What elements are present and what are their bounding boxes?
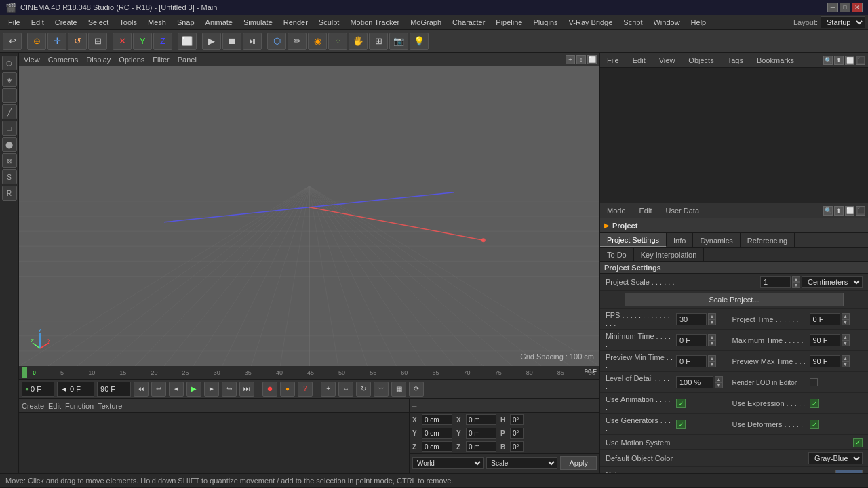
- menu-sculpt[interactable]: Sculpt: [313, 17, 345, 28]
- viewport-expand-btn2[interactable]: ↕: [576, 55, 586, 64]
- coord-p-input[interactable]: [510, 428, 524, 439]
- vp-menu-filter[interactable]: Filter: [151, 56, 171, 64]
- vp-menu-view[interactable]: View: [22, 56, 42, 64]
- scale-project-button[interactable]: Scale Project...: [625, 293, 843, 306]
- vp-menu-display[interactable]: Display: [84, 56, 113, 64]
- vp-menu-cameras[interactable]: Cameras: [46, 56, 81, 64]
- menu-motion-tracker[interactable]: Motion Tracker: [344, 17, 405, 28]
- frame-end-input[interactable]: [97, 382, 131, 396]
- goto-end-btn[interactable]: ⏭: [239, 382, 254, 396]
- attr-panel-icon2[interactable]: ⬆: [834, 206, 844, 216]
- project-scale-input[interactable]: [760, 276, 791, 288]
- obj-tab-view[interactable]: View: [655, 55, 679, 66]
- obj-tab-tags[interactable]: Tags: [724, 55, 747, 66]
- menu-tools[interactable]: Tools: [114, 17, 142, 28]
- toolbar-paint[interactable]: ✏: [288, 33, 307, 50]
- toolbar-light[interactable]: 💡: [410, 33, 429, 50]
- coord-z-input[interactable]: [422, 441, 452, 452]
- lod-input[interactable]: [676, 376, 713, 388]
- ls-edge-mode[interactable]: ╱: [2, 104, 17, 119]
- preview-max-up[interactable]: ▲: [842, 355, 850, 361]
- menu-plugins[interactable]: Plugins: [528, 17, 563, 28]
- preview-min-up[interactable]: ▲: [708, 355, 716, 361]
- menu-simulate[interactable]: Simulate: [238, 17, 278, 28]
- project-time-down[interactable]: ▼: [842, 319, 850, 325]
- toolbar-box[interactable]: ⬜: [178, 33, 197, 50]
- record-btn[interactable]: ⏺: [262, 382, 277, 396]
- obj-tab-file[interactable]: File: [603, 55, 623, 66]
- coord-scale-select[interactable]: Scale: [486, 457, 557, 469]
- menu-create[interactable]: Create: [50, 17, 83, 28]
- project-time-input[interactable]: [810, 313, 840, 325]
- proj-tab-info[interactable]: Info: [667, 233, 693, 247]
- use-animation-checkbox[interactable]: ✓: [676, 399, 686, 408]
- toolbar-cube[interactable]: ⬡: [267, 33, 286, 50]
- proj-tab-referencing[interactable]: Referencing: [741, 233, 795, 247]
- attr-tab-edit[interactable]: Edit: [635, 205, 656, 216]
- menu-select[interactable]: Select: [83, 17, 115, 28]
- toolbar-material[interactable]: ◉: [308, 33, 327, 50]
- close-button[interactable]: ✕: [852, 3, 863, 12]
- motion-path-btn[interactable]: 〰: [374, 382, 389, 396]
- coord-x2-input[interactable]: [466, 414, 496, 425]
- proj-tab-dynamics[interactable]: Dynamics: [693, 233, 740, 247]
- play-btn[interactable]: ▶: [186, 382, 201, 396]
- play-reverse-btn[interactable]: ↩: [151, 382, 166, 396]
- step-back-btn[interactable]: ◄: [169, 382, 184, 396]
- ls-poly-mode[interactable]: □: [2, 121, 17, 136]
- ls-render-region[interactable]: R: [2, 186, 17, 201]
- menu-mesh[interactable]: Mesh: [142, 17, 172, 28]
- menu-script[interactable]: Script: [618, 17, 648, 28]
- min-time-down[interactable]: ▼: [708, 340, 716, 346]
- lod-down[interactable]: ▼: [715, 382, 723, 388]
- obj-tab-edit[interactable]: Edit: [629, 55, 650, 66]
- preview-min-down[interactable]: ▼: [708, 361, 716, 367]
- toolbar-undo[interactable]: ↩: [3, 33, 22, 50]
- ls-object-mode[interactable]: ⬡: [2, 56, 17, 70]
- sync-btn[interactable]: ⟳: [409, 382, 424, 396]
- material-tab-create[interactable]: Create: [22, 402, 44, 410]
- sub-tab-keyinterp[interactable]: Key Interpolation: [634, 248, 705, 261]
- viewport-expand-btn1[interactable]: +: [566, 55, 575, 64]
- coord-y-input[interactable]: [422, 428, 452, 439]
- material-tab-texture[interactable]: Texture: [98, 402, 122, 410]
- loop-btn[interactable]: ↻: [356, 382, 371, 396]
- fps-up[interactable]: ▲: [708, 313, 716, 319]
- timeline-ruler[interactable]: 0 5 10 15 20 25 30 35 40 45 50 55 60 65 …: [19, 366, 599, 380]
- use-motion-checkbox[interactable]: ✓: [853, 438, 863, 447]
- step-fwd-btn[interactable]: ►: [204, 382, 219, 396]
- viewport-3d[interactable]: Perspective: [19, 66, 599, 366]
- maximize-button[interactable]: □: [840, 3, 850, 12]
- vp-menu-panel[interactable]: Panel: [176, 56, 199, 64]
- menu-help[interactable]: Help: [686, 17, 712, 28]
- snap-keys-btn[interactable]: +: [321, 382, 336, 396]
- max-time-down[interactable]: ▼: [842, 340, 850, 346]
- ls-point-mode[interactable]: ·: [2, 88, 17, 103]
- frame-input2[interactable]: [57, 382, 94, 396]
- frame-input[interactable]: [31, 385, 51, 393]
- layout-select[interactable]: Startup: [821, 16, 865, 28]
- goto-start-btn[interactable]: ⏮: [134, 382, 149, 396]
- min-time-up[interactable]: ▲: [708, 334, 716, 340]
- menu-vray[interactable]: V-Ray Bridge: [564, 17, 618, 28]
- coord-apply-button[interactable]: Apply: [560, 456, 597, 470]
- color-swatch[interactable]: [835, 470, 863, 474]
- menu-window[interactable]: Window: [648, 17, 685, 28]
- menu-pipeline[interactable]: Pipeline: [490, 17, 528, 28]
- attr-panel-icon4[interactable]: ⬛: [856, 206, 865, 216]
- fps-down[interactable]: ▼: [708, 319, 716, 325]
- help-btn[interactable]: ?: [298, 382, 313, 396]
- obj-tab-objects[interactable]: Objects: [684, 55, 717, 66]
- menu-character[interactable]: Character: [447, 17, 490, 28]
- max-time-up[interactable]: ▲: [842, 334, 850, 340]
- preview-max-input[interactable]: [810, 355, 840, 367]
- use-generators-checkbox[interactable]: ✓: [676, 420, 686, 429]
- fps-input[interactable]: [676, 313, 707, 325]
- render-lod-checkbox[interactable]: [810, 378, 818, 386]
- attr-panel-icon1[interactable]: 🔍: [823, 206, 833, 216]
- toolbar-grid[interactable]: ⊞: [369, 33, 388, 50]
- preview-min-input[interactable]: [676, 355, 707, 367]
- project-time-up[interactable]: ▲: [842, 313, 850, 319]
- use-expression-checkbox[interactable]: ✓: [810, 399, 819, 408]
- toolbar-scale[interactable]: ⊞: [88, 33, 107, 50]
